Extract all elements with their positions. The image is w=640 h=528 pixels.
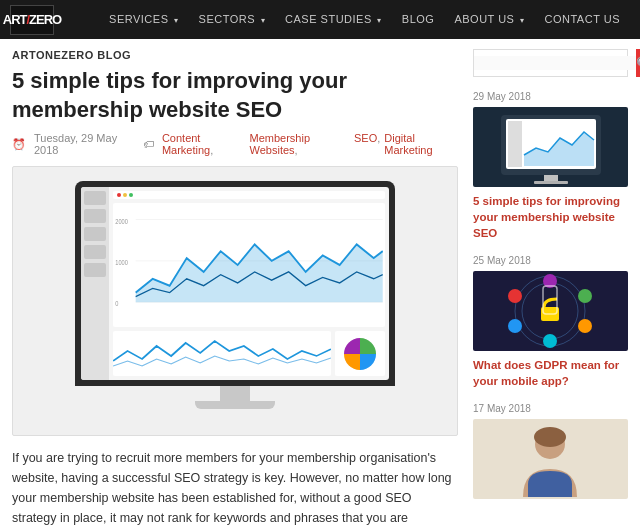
article-meta: ⏰ Tuesday, 29 May 2018 🏷 Content Marketi…: [12, 132, 458, 156]
nav-item-blog[interactable]: BLOG: [392, 0, 445, 40]
svg-point-17: [578, 319, 592, 333]
svg-point-15: [578, 289, 592, 303]
nav-item-about[interactable]: ABOUT US ▾: [444, 0, 534, 40]
logo-zero: ZERO: [29, 12, 61, 27]
nav-item-contact[interactable]: CONTACT US: [535, 0, 631, 40]
post-1-chart-graphic: [486, 110, 616, 185]
chevron-down-icon: ▾: [377, 16, 382, 25]
wave-chart: [113, 331, 331, 376]
nav-link-blog[interactable]: BLOG: [392, 0, 445, 39]
nav-item-case-studies[interactable]: CASE STUDIES ▾: [275, 0, 392, 40]
breadcrumb: Artonezero blog: [12, 49, 458, 61]
nav-link-sectors[interactable]: SECTORS ▾: [189, 0, 276, 40]
tag-seo[interactable]: SEO: [354, 132, 380, 156]
pie-chart: [340, 334, 380, 374]
post-3-date: 17 May 2018: [473, 403, 628, 414]
dot-yellow: [123, 193, 127, 197]
post-3-image: [473, 419, 628, 499]
article-tags: Content Marketing Membership Websites SE…: [162, 132, 458, 156]
screen-sidebar: [81, 187, 109, 380]
imac-screen-inner: 2000 1000 0: [81, 187, 389, 380]
nav-link-services[interactable]: SERVICES ▾: [99, 0, 189, 40]
svg-text:1000: 1000: [115, 259, 128, 267]
post-2-image: [473, 271, 628, 351]
sidebar-item-4: [84, 245, 106, 259]
svg-point-23: [534, 427, 566, 447]
sidebar-item-1: [84, 191, 106, 205]
screen-bottom-row: [113, 331, 385, 376]
article-body: If you are trying to recruit more member…: [12, 448, 458, 528]
sidebar-post-3: 17 May 2018: [473, 403, 628, 499]
dot-red: [117, 193, 121, 197]
post-1-title[interactable]: 5 simple tips for improving your members…: [473, 193, 628, 241]
analytics-chart: 2000 1000 0: [113, 203, 385, 327]
post-2-gdpr-graphic: [473, 271, 628, 351]
imac-screen-outer: 2000 1000 0: [75, 181, 395, 386]
sidebar-post-2: 25 May 2018: [473, 255, 628, 389]
svg-rect-11: [534, 181, 568, 184]
main-content: Artonezero blog 5 simple tips for improv…: [12, 49, 458, 528]
article-date: Tuesday, 29 May 2018: [34, 132, 135, 156]
screen-content: 2000 1000 0: [81, 187, 389, 380]
screen-chart-area: 2000 1000 0: [113, 203, 385, 327]
sidebar-item-5: [84, 263, 106, 277]
search-box: 🔍: [473, 49, 628, 77]
sidebar-post-1: 29 May 2018 5 simple tips for improving …: [473, 91, 628, 241]
navigation: ART/ZERO SERVICES ▾ SECTORS ▾ CASE STUDI…: [0, 0, 640, 39]
imac-mockup: 2000 1000 0: [65, 181, 405, 421]
search-input[interactable]: [474, 56, 636, 70]
svg-text:2000: 2000: [115, 217, 128, 225]
post-2-date: 25 May 2018: [473, 255, 628, 266]
logo-art: ART: [3, 12, 27, 27]
svg-point-16: [508, 319, 522, 333]
tag-membership-websites[interactable]: Membership Websites: [250, 132, 350, 156]
nav-link-case-studies[interactable]: CASE STUDIES ▾: [275, 0, 392, 40]
page-wrapper: Artonezero blog 5 simple tips for improv…: [0, 39, 640, 528]
post-1-image: [473, 107, 628, 187]
svg-point-19: [543, 334, 557, 348]
imac-stand-base: [195, 401, 275, 409]
tag-digital-marketing[interactable]: Digital Marketing: [384, 132, 458, 156]
screen-topbar: [113, 191, 385, 199]
search-icon: 🔍: [636, 56, 640, 71]
sidebar-item-2: [84, 209, 106, 223]
chevron-down-icon: ▾: [174, 16, 179, 25]
svg-point-14: [508, 289, 522, 303]
nav-item-services[interactable]: SERVICES ▾: [99, 0, 189, 40]
post-3-person-graphic: [473, 419, 628, 499]
svg-text:0: 0: [115, 300, 119, 308]
article-intro: If you are trying to recruit more member…: [12, 448, 458, 528]
sidebar: 🔍 29 May 2018 5 simple: [473, 49, 628, 528]
dot-green: [129, 193, 133, 197]
article-title: 5 simple tips for improving your members…: [12, 67, 458, 124]
nav-link-contact[interactable]: CONTACT US: [535, 0, 631, 39]
screen-pie-box: [335, 331, 385, 376]
svg-rect-9: [508, 121, 522, 167]
nav-item-sectors[interactable]: SECTORS ▾: [189, 0, 276, 40]
screen-main-area: 2000 1000 0: [109, 187, 389, 380]
post-2-title[interactable]: What does GDPR mean for your mobile app?: [473, 357, 628, 389]
article-hero-image: 2000 1000 0: [12, 166, 458, 436]
logo[interactable]: ART/ZERO: [10, 5, 54, 35]
tag-content-marketing[interactable]: Content Marketing: [162, 132, 246, 156]
clock-icon: ⏰: [12, 138, 26, 151]
post-1-date: 29 May 2018: [473, 91, 628, 102]
sidebar-item-3: [84, 227, 106, 241]
svg-rect-10: [544, 175, 558, 181]
screen-wave-box: [113, 331, 331, 376]
imac-stand-neck: [220, 386, 250, 401]
nav-link-about[interactable]: ABOUT US ▾: [444, 0, 534, 40]
chevron-down-icon: ▾: [261, 16, 266, 25]
chevron-down-icon: ▾: [520, 16, 525, 25]
nav-links: SERVICES ▾ SECTORS ▾ CASE STUDIES ▾ BLOG…: [99, 0, 630, 40]
tag-icon: 🏷: [143, 138, 154, 150]
search-button[interactable]: 🔍: [636, 49, 640, 77]
